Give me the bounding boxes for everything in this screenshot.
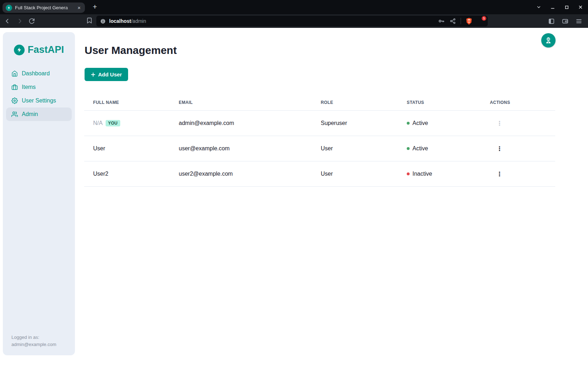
gear-icon [11, 97, 18, 104]
table-row: N/A YOU admin@example.com Superuser Acti… [84, 111, 555, 136]
logged-in-info: Logged in as: admin@example.com [11, 334, 56, 348]
sidebar-item-label: User Settings [22, 97, 56, 104]
url-address-bar[interactable]: localhost/admin 1 [96, 16, 488, 26]
row-actions-kebab-icon[interactable]: ⋮ [496, 169, 503, 179]
fastapi-favicon-bolt-icon [6, 5, 12, 11]
app-page: FastAPI Dashboard Items User Settings [0, 28, 588, 366]
column-role: Role [321, 100, 407, 105]
sidebar-toggle-icon[interactable] [548, 18, 555, 25]
you-badge: YOU [106, 120, 120, 126]
plus-icon [91, 72, 96, 77]
sidebar-item-dashboard[interactable]: Dashboard [6, 67, 72, 80]
fastapi-bolt-icon [14, 45, 25, 55]
sidebar: FastAPI Dashboard Items User Settings [3, 32, 75, 355]
logged-in-email: admin@example.com [11, 341, 56, 348]
user-astronaut-icon [544, 36, 552, 44]
rewards-count-badge: 1 [482, 16, 486, 21]
column-status: Status [407, 100, 490, 105]
reload-button[interactable] [28, 17, 36, 25]
brave-shield-icon[interactable] [466, 17, 472, 25]
tab-title: Full Stack Project Genera [15, 5, 76, 10]
sidebar-nav: Dashboard Items User Settings Admin [3, 67, 75, 121]
table-header-row: Full Name Email Role Status Actions [84, 95, 555, 111]
window-minimize-button[interactable] [549, 3, 557, 11]
fastapi-logo: FastAPI [3, 32, 75, 55]
sidebar-item-user-settings[interactable]: User Settings [6, 94, 72, 107]
url-text: localhost/admin [109, 18, 146, 24]
sidebar-item-label: Admin [22, 111, 38, 117]
toolbar-divider [461, 18, 461, 24]
row-actions-kebab-icon[interactable]: ⋮ [496, 144, 503, 153]
sidebar-item-label: Items [22, 84, 36, 90]
browser-tab[interactable]: Full Stack Project Genera × [2, 2, 85, 13]
share-icon[interactable] [450, 18, 456, 24]
status-dot [407, 147, 410, 150]
saved-passwords-key-icon[interactable] [438, 17, 445, 25]
status-value: Active [412, 120, 428, 126]
page-title: User Management [85, 44, 177, 56]
row-actions-kebab-icon[interactable]: ⋮ [496, 119, 503, 128]
table-row: User2 user2@example.com User Inactive ⋮ [84, 161, 555, 187]
full-name-value: N/A [93, 120, 103, 126]
email-value: user2@example.com [179, 171, 321, 177]
user-menu-button[interactable] [541, 33, 556, 47]
email-value: admin@example.com [179, 120, 321, 126]
window-maximize-button[interactable] [563, 3, 571, 11]
add-user-button[interactable]: Add User [85, 68, 128, 81]
briefcase-icon [11, 84, 18, 90]
home-icon [11, 70, 18, 77]
sidebar-item-items[interactable]: Items [6, 80, 72, 94]
back-button[interactable] [4, 17, 11, 25]
role-value: Superuser [321, 120, 407, 126]
add-user-label: Add User [98, 71, 122, 77]
full-name-value: User [93, 145, 105, 152]
browser-toolbar: localhost/admin 1 [0, 14, 588, 28]
forward-button[interactable] [16, 17, 24, 25]
column-actions: Actions [490, 100, 555, 105]
window-close-button[interactable] [577, 3, 584, 11]
role-value: User [321, 171, 407, 177]
menu-hamburger-icon[interactable] [576, 18, 582, 25]
column-email: Email [179, 100, 321, 105]
site-info-icon[interactable] [100, 18, 106, 24]
new-tab-button[interactable]: + [90, 2, 100, 12]
brave-rewards-icon[interactable]: 1 [477, 18, 484, 24]
tab-search-chevron-icon[interactable] [535, 3, 543, 11]
role-value: User [321, 145, 407, 152]
status-value: Active [412, 145, 428, 152]
full-name-value: User2 [93, 171, 108, 177]
sidebar-item-admin[interactable]: Admin [6, 107, 72, 121]
tab-close-icon[interactable]: × [76, 4, 82, 11]
status-value: Inactive [412, 171, 432, 177]
browser-titlebar: Full Stack Project Genera × + [0, 0, 588, 14]
table-row: User user@example.com User Active ⋮ [84, 136, 555, 161]
sidebar-item-label: Dashboard [22, 70, 50, 77]
email-value: user@example.com [179, 145, 321, 152]
bookmarks-icon[interactable] [86, 17, 93, 24]
users-table: Full Name Email Role Status Actions N/A … [84, 95, 555, 187]
logo-text: FastAPI [28, 44, 64, 55]
column-full-name: Full Name [93, 100, 179, 105]
users-icon [11, 111, 18, 117]
status-dot [407, 122, 410, 125]
status-dot [407, 172, 410, 175]
wallet-icon[interactable] [562, 18, 569, 25]
logged-in-label: Logged in as: [11, 334, 56, 341]
